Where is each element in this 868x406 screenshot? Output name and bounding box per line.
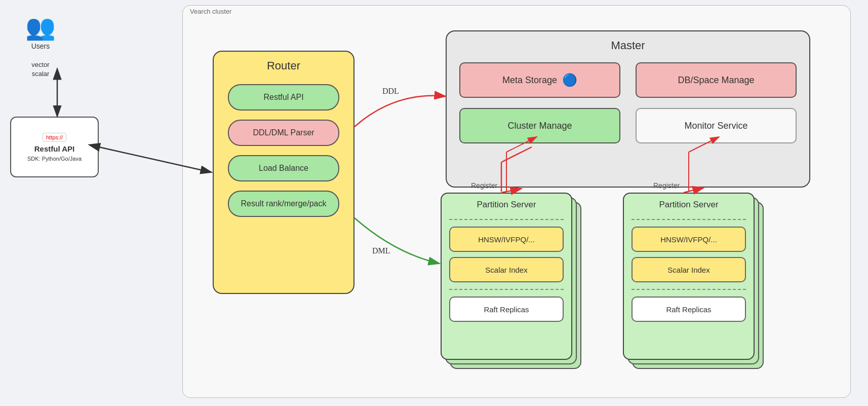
db-space-manage-label: DB/Space Manage [678,75,754,86]
browser-label: https:// [46,134,63,140]
browser-icon: https:// [43,133,66,142]
users-section: 👥 Users vectorscalar [25,15,56,79]
vector-scalar-label: vectorscalar [31,60,49,79]
meta-storage-icon: 🔵 [562,73,577,87]
result-rank-pill: Result rank/merge/pack [228,191,339,217]
partition-server-2-section: Partition Server HNSW/IVFPQ/... Scalar I… [623,193,765,375]
master-title: Master [459,39,797,52]
scalar-index-2: Scalar Index [632,257,746,282]
meta-storage-label: Meta Storage [502,75,557,86]
register-label-1: Register [471,181,497,190]
dashed-divider-2a [632,219,746,220]
api-box: https:// Restful API SDK: Python/Go/Java [10,117,99,177]
partition-server-2-title: Partition Server [632,200,746,210]
db-space-manage-box: DB/Space Manage [636,62,797,98]
cluster-manage-box: Cluster Manage [459,108,620,143]
register-label-2: Register [653,181,680,190]
diagram-container: Vearch cluster 👥 Users vectorscalar http… [0,0,868,406]
api-box-title: Restful API [34,144,74,153]
scalar-index-1: Scalar Index [449,257,564,282]
meta-storage-box: Meta Storage 🔵 [459,62,620,98]
load-balance-pill: Load Balance [228,155,339,181]
dashed-divider-1a [449,219,564,220]
router-box: Router Restful API DDL/DML Parser Load B… [213,51,354,294]
cluster-manage-label: Cluster Manage [507,121,572,131]
hnsw-ivfpq-1: HNSW/IVFPQ/... [449,227,564,252]
dashed-divider-2b [632,289,746,290]
hnsw-ivfpq-2: HNSW/IVFPQ/... [632,227,746,252]
partition-stack-2: Partition Server HNSW/IVFPQ/... Scalar I… [623,193,765,375]
partition-server-1-section: Partition Server HNSW/IVFPQ/... Scalar I… [441,193,582,375]
monitor-service-label: Monitor Service [684,121,747,131]
restful-api-pill: Restful API [228,84,339,110]
router-title: Router [267,59,300,72]
partition-server-2-box: Partition Server HNSW/IVFPQ/... Scalar I… [623,193,755,360]
partition-server-1-title: Partition Server [449,200,564,210]
sdk-label: SDK: Python/Go/Java [27,156,82,162]
raft-replicas-1: Raft Replicas [449,297,564,322]
partition-server-1-box: Partition Server HNSW/IVFPQ/... Scalar I… [441,193,572,360]
monitor-service-box: Monitor Service [636,108,797,143]
master-box: Master Meta Storage 🔵 DB/Space Manage Cl… [446,30,810,188]
users-icon: 👥 [25,15,56,40]
raft-replicas-2: Raft Replicas [632,297,746,322]
dashed-divider-1b [449,289,564,290]
master-bottom-row: Cluster Manage Monitor Service [459,108,797,143]
ddl-dml-parser-pill: DDL/DML Parser [228,120,339,146]
vearch-cluster-label: Vearch cluster [190,8,231,15]
users-label: Users [31,42,50,50]
partition-stack-1: Partition Server HNSW/IVFPQ/... Scalar I… [441,193,582,375]
master-top-row: Meta Storage 🔵 DB/Space Manage [459,62,797,98]
